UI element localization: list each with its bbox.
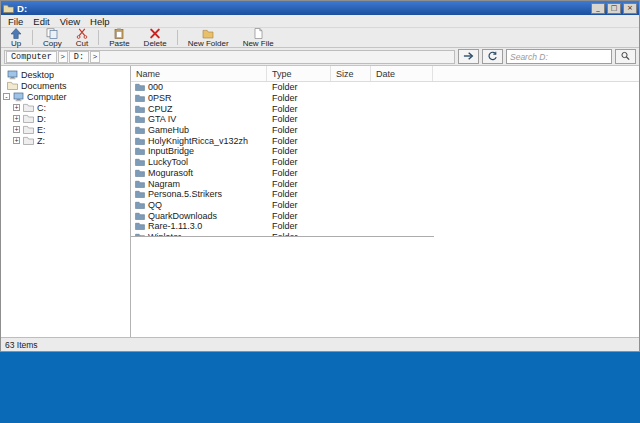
file-list-panel: Name Type Size Date 000 Folder 0PSR Fold… [131,66,639,337]
file-name-cell: Nagram [131,179,267,189]
column-header-name[interactable]: Name [131,66,267,81]
titlebar[interactable]: D: _ □ × [1,1,639,15]
file-row[interactable]: CPUZ Folder [131,103,434,114]
sidebar-item-drive-c[interactable]: + C: [1,102,130,113]
file-row[interactable]: Mogurasoft Folder [131,168,434,179]
file-row[interactable]: Nagram Folder [131,178,434,189]
search-button[interactable] [615,49,636,64]
paste-icon [113,28,125,39]
folder-icon [135,180,145,188]
expand-icon[interactable]: + [13,104,20,111]
chevron-right-icon[interactable]: > [58,51,68,63]
tree-label: E: [37,125,46,135]
file-name-cell: Winlator [131,232,267,237]
new-file-icon [252,28,264,39]
file-row[interactable]: InputBridge Folder [131,146,434,157]
file-name-cell: QQ [131,200,267,210]
close-button[interactable]: × [623,3,637,14]
folder-icon [135,233,145,237]
file-type: Folder [267,93,331,103]
new-file-button[interactable]: New File [236,28,281,47]
folder-icon [135,222,145,230]
copy-button[interactable]: Copy [36,28,69,47]
sidebar-item-drive-d[interactable]: + D: [1,113,130,124]
collapse-icon[interactable]: - [3,93,10,100]
file-row[interactable]: QuarkDownloads Folder [131,210,434,221]
file-name-cell: Mogurasoft [131,168,267,178]
file-row[interactable]: QQ Folder [131,200,434,211]
breadcrumb-drive-d[interactable]: D: [69,51,89,63]
sidebar-item-drive-z[interactable]: + Z: [1,135,130,146]
sidebar-item-desktop[interactable]: Desktop [1,69,130,80]
file-type: Folder [267,136,331,146]
go-button[interactable] [458,49,479,64]
refresh-button[interactable] [482,49,503,64]
file-type: Folder [267,189,331,199]
copy-label: Copy [43,40,62,48]
file-name-cell: CPUZ [131,104,267,114]
file-type: Folder [267,179,331,189]
file-name: GameHub [148,125,189,135]
file-name-cell: HolyKnightRicca_v132zh [131,136,267,146]
folder-icon [135,201,145,209]
file-row[interactable]: Rare-1.11.3.0 Folder [131,221,434,232]
file-row[interactable]: GameHub Folder [131,125,434,136]
maximize-button[interactable]: □ [607,3,621,14]
file-row[interactable]: Persona.5.Strikers Folder [131,189,434,200]
file-row[interactable]: HolyKnightRicca_v132zh Folder [131,135,434,146]
file-name: 0PSR [148,93,172,103]
file-name: CPUZ [148,104,173,114]
main-content: Desktop Documents - Computer + C: + [1,66,639,337]
expand-icon[interactable]: + [13,137,20,144]
column-header-date[interactable]: Date [371,66,433,81]
tree-label: Computer [27,92,67,102]
paste-label: Paste [109,40,129,48]
file-type: Folder [267,211,331,221]
file-row[interactable]: GTA IV Folder [131,114,434,125]
menubar: File Edit View Help [1,15,639,27]
up-label: Up [11,40,21,48]
file-name-cell: Persona.5.Strikers [131,189,267,199]
minimize-button[interactable]: _ [591,3,605,14]
drive-icon [23,136,34,146]
chevron-right-icon[interactable]: > [90,51,100,63]
toolbar: Up Copy Cut Paste Delete [1,27,639,48]
paste-button[interactable]: Paste [102,28,136,47]
cut-button[interactable]: Cut [69,28,95,47]
computer-icon [13,92,24,102]
sidebar-item-documents[interactable]: Documents [1,80,130,91]
folder-icon [135,115,145,123]
menu-file[interactable]: File [3,16,28,27]
menu-view[interactable]: View [55,16,85,27]
column-header-size[interactable]: Size [331,66,371,81]
expand-icon[interactable]: + [13,115,20,122]
delete-button[interactable]: Delete [137,28,174,47]
sidebar-item-drive-e[interactable]: + E: [1,124,130,135]
menu-edit[interactable]: Edit [28,16,54,27]
file-type: Folder [267,125,331,135]
toolbar-separator [32,30,33,45]
file-row[interactable]: LuckyTool Folder [131,157,434,168]
file-name-cell: 000 [131,82,267,92]
search-input[interactable] [506,49,612,64]
refresh-icon [487,49,498,64]
desktop-background: D: _ □ × File Edit View Help Up Copy [0,0,640,423]
item-count: 63 Items [5,340,38,350]
status-bar: 63 Items [1,337,639,351]
file-row[interactable]: 0PSR Folder [131,93,434,104]
file-name: Mogurasoft [148,168,193,178]
file-row[interactable]: 000 Folder [131,82,434,93]
file-type: Folder [267,200,331,210]
file-type: Folder [267,157,331,167]
breadcrumb: Computer > D: > [4,50,455,64]
expand-icon[interactable]: + [13,126,20,133]
menu-help[interactable]: Help [85,16,115,27]
up-button[interactable]: Up [3,28,29,47]
file-type: Folder [267,168,331,178]
breadcrumb-computer[interactable]: Computer [6,51,57,63]
new-folder-button[interactable]: New Folder [181,28,236,47]
file-row[interactable]: Winlator Folder [131,232,434,237]
column-header-type[interactable]: Type [267,66,331,81]
sidebar-item-computer[interactable]: - Computer [1,91,130,102]
file-name-cell: InputBridge [131,146,267,156]
